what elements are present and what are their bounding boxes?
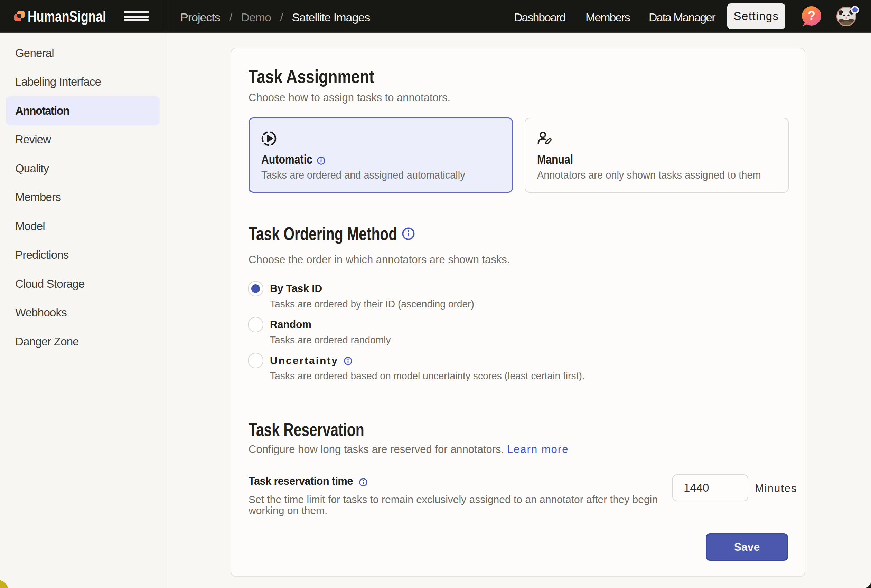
svg-text:?: ? xyxy=(808,9,816,23)
